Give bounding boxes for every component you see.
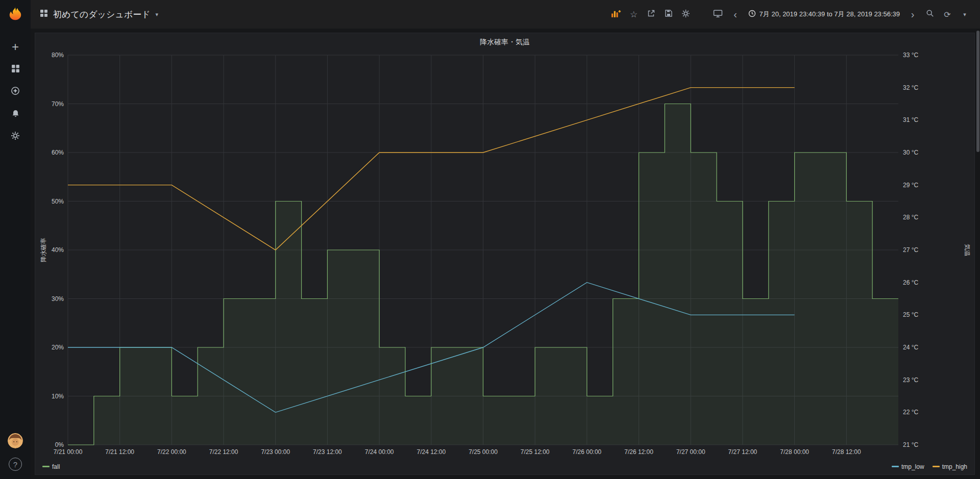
- sidebar: +: [0, 0, 31, 479]
- svg-text:24 °C: 24 °C: [903, 344, 918, 351]
- svg-text:7/28 00:00: 7/28 00:00: [780, 448, 809, 456]
- svg-text:26 °C: 26 °C: [903, 279, 918, 286]
- svg-text:7/27 00:00: 7/27 00:00: [676, 448, 705, 456]
- legend-label-tmp-high: tmp_high: [942, 463, 967, 470]
- legend-right-group: tmp_low tmp_high: [892, 463, 967, 470]
- gear-icon: [11, 131, 20, 142]
- refresh-interval-button[interactable]: ▾: [957, 6, 973, 23]
- svg-text:7/21 00:00: 7/21 00:00: [54, 448, 83, 456]
- cycle-view-button[interactable]: [709, 6, 726, 23]
- time-forward-button[interactable]: ›: [904, 6, 921, 23]
- sidebar-item-create[interactable]: +: [4, 39, 27, 55]
- save-button[interactable]: [660, 6, 677, 23]
- monitor-icon: [713, 9, 723, 20]
- add-panel-button[interactable]: [607, 6, 625, 23]
- dashboard-settings-button[interactable]: [678, 6, 694, 23]
- legend-item-tmp-high[interactable]: tmp_high: [933, 463, 967, 470]
- panel-precip-temp: 降水確率・気温 0%10%20%30%40%50%60%70%80%7/21 0…: [35, 33, 975, 475]
- precip-temp-chart[interactable]: 0%10%20%30%40%50%60%70%80%7/21 00:007/21…: [38, 48, 971, 460]
- svg-text:21 °C: 21 °C: [903, 441, 918, 448]
- svg-text:80%: 80%: [52, 52, 64, 59]
- svg-text:7/23 12:00: 7/23 12:00: [313, 448, 342, 456]
- help-button[interactable]: ?: [9, 458, 22, 471]
- svg-text:25 °C: 25 °C: [903, 311, 918, 318]
- svg-text:32 °C: 32 °C: [903, 84, 918, 91]
- clock-icon: [748, 10, 756, 19]
- chevron-left-icon: ‹: [733, 9, 737, 19]
- panel-title[interactable]: 降水確率・気温: [38, 35, 971, 48]
- svg-text:7/24 00:00: 7/24 00:00: [365, 448, 394, 456]
- legend-swatch-tmp-low: [892, 466, 899, 467]
- svg-text:60%: 60%: [52, 149, 64, 156]
- chevron-down-icon: ▾: [963, 11, 966, 18]
- svg-text:7/24 12:00: 7/24 12:00: [416, 448, 446, 456]
- share-icon: [647, 9, 655, 19]
- svg-text:7/27 12:00: 7/27 12:00: [728, 448, 757, 456]
- svg-text:7/25 00:00: 7/25 00:00: [469, 448, 498, 456]
- time-range-button[interactable]: 7月 20, 2019 23:40:39 to 7月 28, 2019 23:5…: [745, 6, 903, 23]
- svg-text:40%: 40%: [52, 246, 64, 254]
- save-icon: [665, 9, 673, 19]
- page-title: 初めてのダッシュボード: [53, 9, 151, 20]
- chart-container: 0%10%20%30%40%50%60%70%80%7/21 00:007/21…: [38, 48, 971, 460]
- svg-text:23 °C: 23 °C: [903, 376, 918, 384]
- navbar-actions: ☆: [607, 6, 973, 23]
- svg-text:28 °C: 28 °C: [903, 214, 918, 221]
- chevron-down-icon: ▾: [156, 11, 159, 18]
- dashboard-title-button[interactable]: 初めてのダッシュボード ▾: [40, 9, 158, 20]
- svg-text:33 °C: 33 °C: [903, 52, 918, 59]
- navbar: 初めてのダッシュボード ▾ ☆: [31, 0, 980, 29]
- sidebar-menu: +: [4, 39, 27, 145]
- svg-text:29 °C: 29 °C: [903, 182, 918, 189]
- svg-text:降水確率: 降水確率: [40, 238, 47, 262]
- magnifier-icon: [926, 9, 934, 19]
- scrollbar-thumb[interactable]: [976, 31, 979, 152]
- legend-swatch-tmp-high: [933, 466, 940, 467]
- time-range-label: 7月 20, 2019 23:40:39 to 7月 28, 2019 23:5…: [760, 10, 900, 19]
- user-avatar[interactable]: [8, 433, 23, 448]
- refresh-button[interactable]: ⟳: [939, 6, 955, 23]
- svg-text:0%: 0%: [55, 441, 64, 448]
- dashboard-canvas: 降水確率・気温 0%10%20%30%40%50%60%70%80%7/21 0…: [31, 29, 980, 479]
- svg-text:30%: 30%: [52, 295, 64, 302]
- time-back-button[interactable]: ‹: [727, 6, 744, 23]
- legend-label-tmp-low: tmp_low: [901, 463, 924, 470]
- star-button[interactable]: ☆: [626, 6, 642, 23]
- svg-text:70%: 70%: [52, 100, 64, 108]
- refresh-icon: ⟳: [944, 10, 950, 19]
- gear-icon: [681, 9, 690, 20]
- svg-text:31 °C: 31 °C: [903, 116, 918, 123]
- flame-icon: [8, 6, 23, 23]
- sidebar-item-explore[interactable]: [4, 84, 27, 100]
- question-icon: ?: [13, 460, 17, 469]
- sidebar-item-alerting[interactable]: [4, 106, 27, 122]
- sidebar-item-configuration[interactable]: [4, 129, 27, 145]
- svg-text:20%: 20%: [52, 344, 64, 351]
- svg-text:7/26 12:00: 7/26 12:00: [624, 448, 653, 456]
- svg-text:7/23 00:00: 7/23 00:00: [261, 448, 290, 456]
- plus-icon: +: [12, 41, 19, 53]
- svg-text:7/26 00:00: 7/26 00:00: [573, 448, 602, 456]
- svg-text:7/22 12:00: 7/22 12:00: [209, 448, 238, 456]
- svg-text:22 °C: 22 °C: [903, 409, 918, 416]
- compass-icon: [11, 86, 20, 97]
- legend-item-tmp-low[interactable]: tmp_low: [892, 463, 924, 470]
- legend-left-group: fall: [42, 463, 60, 470]
- app-root: +: [0, 0, 980, 479]
- zoom-out-button[interactable]: [922, 6, 938, 23]
- share-button[interactable]: [643, 6, 659, 23]
- svg-text:50%: 50%: [52, 198, 64, 205]
- chevron-right-icon: ›: [911, 9, 915, 19]
- grafana-logo[interactable]: [0, 0, 31, 29]
- bell-icon: [11, 109, 20, 120]
- svg-text:30 °C: 30 °C: [903, 149, 918, 156]
- chart-legend: fall tmp_low tmp_high: [38, 460, 971, 471]
- svg-text:7/21 12:00: 7/21 12:00: [105, 448, 134, 456]
- sidebar-item-dashboards[interactable]: [4, 61, 27, 78]
- legend-item-fall[interactable]: fall: [42, 463, 60, 470]
- svg-text:気温: 気温: [964, 244, 971, 256]
- star-icon: ☆: [630, 9, 638, 20]
- sidebar-bottom: ?: [8, 433, 23, 479]
- svg-text:7/28 12:00: 7/28 12:00: [832, 448, 861, 456]
- dashboards-grid-icon: [11, 64, 20, 75]
